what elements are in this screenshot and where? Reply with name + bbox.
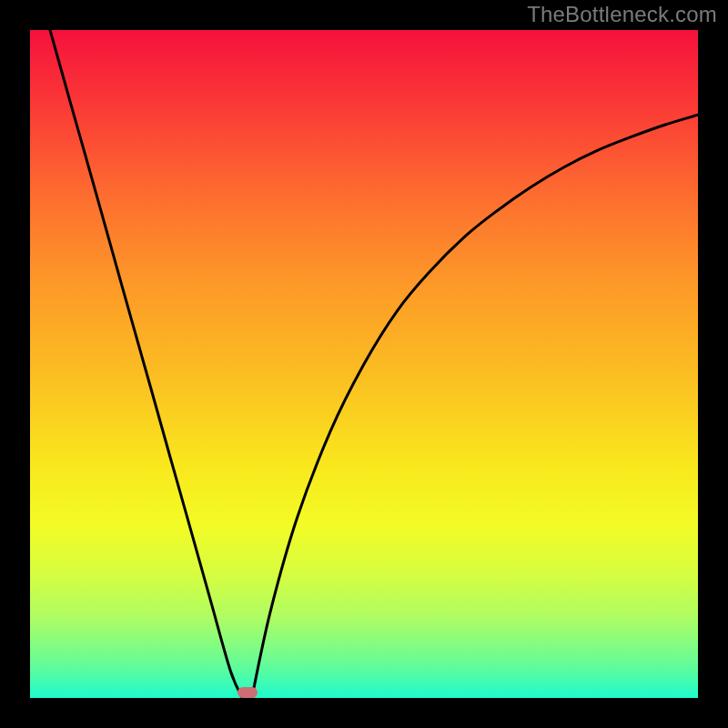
optimal-point-marker (238, 687, 258, 698)
bottleneck-curve (30, 30, 698, 698)
curve-left-branch (50, 30, 242, 698)
plot-area (30, 30, 698, 698)
curve-right-branch (252, 115, 698, 698)
watermark-text: TheBottleneck.com (527, 2, 717, 27)
chart-frame: TheBottleneck.com (0, 0, 728, 728)
